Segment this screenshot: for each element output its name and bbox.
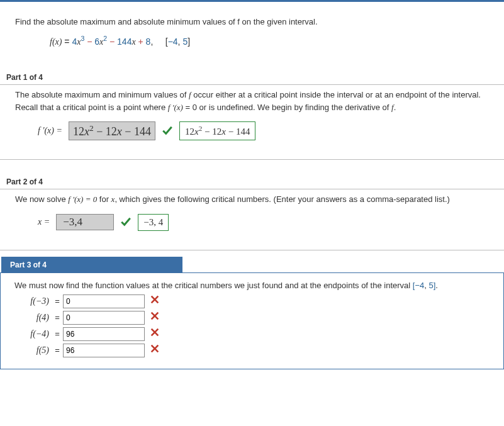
exp-2: 2 [103, 35, 107, 42]
stem-equation: f(x) = 4x3 − 6x2 − 144x + 8, [−4, 5] [50, 35, 489, 47]
eval-row: f(−4) = [14, 327, 490, 341]
p3-text-a: We must now find the function values at … [14, 281, 413, 290]
p3-interval-a: −4 [415, 281, 424, 290]
eq-sign: = [52, 328, 63, 340]
eq-sign: = [52, 295, 63, 308]
eval-input[interactable] [63, 311, 145, 325]
part3-header: Part 3 of 4 [1, 257, 182, 273]
p3-period: . [435, 281, 438, 290]
check-icon [162, 125, 173, 138]
cross-icon [150, 294, 160, 308]
fx-label: f(x) [50, 36, 62, 46]
eq-sign: = [52, 344, 63, 357]
plus-1: + [138, 36, 146, 46]
eval-label: f(4) [14, 311, 52, 325]
part2-header: Part 2 of 4 [6, 177, 504, 186]
question-stem: Find the absolute maximum and absolute m… [0, 8, 504, 55]
interval-rbracket: ] [188, 36, 190, 46]
p1-student-answer[interactable]: 12x2 − 12x − 144 [69, 121, 155, 140]
p2-text-b: for [97, 194, 111, 204]
eval-input[interactable] [63, 344, 145, 357]
x3: x [132, 36, 135, 46]
p2-text-c: , which gives the following critical num… [115, 194, 450, 204]
sep-comma: , [150, 36, 162, 46]
sa-144: 144 [134, 125, 151, 138]
cross-icon [150, 344, 160, 357]
p1-answer-label: f ′(x) = [38, 126, 62, 136]
coef-6: 6 [94, 36, 99, 46]
eval-row: f(−3) = [14, 294, 490, 308]
sa-12b: 12 [106, 125, 117, 138]
part3-text: We must now find the function values at … [14, 279, 490, 292]
p1-text-c: or is undefined. We begin by finding the… [197, 103, 391, 112]
p2-text-a: We now solve [15, 194, 68, 204]
part1-header: Part 1 of 4 [6, 73, 504, 82]
p1-text-a: The absolute maximum and minimum values … [15, 90, 189, 99]
top-border [0, 0, 504, 2]
p1-correct-answer: 12x2 − 12x − 144 [179, 121, 255, 140]
eval-label: f(5) [14, 344, 52, 357]
eval-label: f(−4) [14, 327, 52, 341]
p2-answer-label: x = [38, 217, 50, 227]
eval-row: f(5) = [14, 344, 490, 357]
eval-label: f(−3) [14, 294, 52, 308]
minus-1: − [87, 36, 94, 46]
minus-2: − [109, 36, 117, 46]
sa-exp2: 2 [89, 123, 94, 133]
p1-fprime: f ′(x) [168, 103, 183, 112]
part1-bottom-rule [0, 159, 504, 160]
p2-student-answer[interactable]: −3,4 [56, 214, 114, 230]
part1-answer-line: f ′(x) = 12x2 − 12x − 144 12x2 − 12x − 1… [38, 121, 504, 140]
eval-input[interactable] [63, 327, 145, 341]
eq-sign: = [52, 311, 63, 324]
p1-period: . [394, 103, 396, 112]
exp-3: 3 [81, 35, 84, 42]
check-icon [120, 216, 132, 229]
part2-answer-line: x = −3,4 −3, 4 [38, 214, 504, 231]
eval-row: f(4) = [14, 311, 490, 325]
p3-interval-b: 5 [428, 281, 433, 290]
interval-a: −4 [168, 36, 178, 46]
sa-12a: 12 [73, 125, 84, 138]
part2-text: We now solve f ′(x) = 0 for x, which giv… [0, 189, 504, 207]
stem-prompt: Find the absolute maximum and absolute m… [15, 16, 489, 28]
cross-icon [150, 311, 160, 325]
p2-correct-answer: −3, 4 [138, 214, 169, 231]
part3-container: We must now find the function values at … [0, 272, 504, 370]
eval-input[interactable] [63, 294, 145, 308]
part1-text: The absolute maximum and minimum values … [0, 85, 504, 115]
eq-sign: = [64, 36, 72, 46]
cross-icon [150, 327, 160, 341]
p1-eqzero: = 0 [183, 103, 197, 112]
coef-144: 144 [117, 36, 132, 46]
p2-fprime: f ′(x) = 0 [68, 194, 97, 204]
